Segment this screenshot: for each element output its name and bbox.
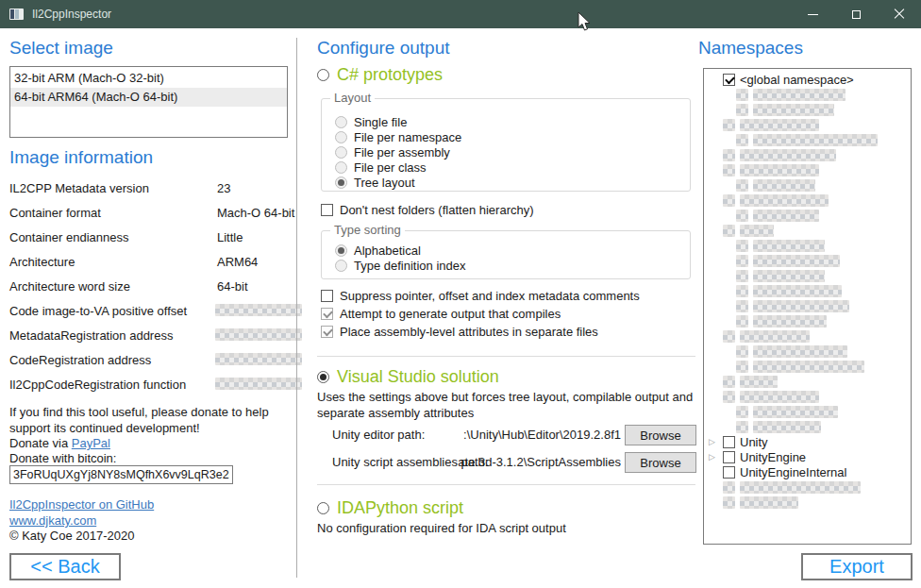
info-row: IL2CPP Metadata version23	[9, 176, 289, 200]
redacted-label	[753, 270, 825, 282]
info-row: MetadataRegistration address	[9, 323, 289, 347]
checkbox-suppress-comments[interactable]: Suppress pointer, offset and index metad…	[321, 288, 640, 303]
redacted-value	[215, 353, 302, 365]
radio-icon	[335, 161, 347, 174]
redacted-checkbox	[736, 134, 748, 146]
image-list-item-selected[interactable]: 64-bit ARM64 (Mach-O 64-bit)	[10, 88, 287, 107]
namespace-redacted-row	[704, 133, 911, 148]
checkbox-icon	[321, 204, 333, 216]
donate-paragraph: If you find this tool useful, please don…	[9, 404, 294, 436]
radio-type-definition-index[interactable]: Type definition index	[335, 258, 466, 273]
redacted-label	[753, 315, 827, 328]
radio-file-per-namespace[interactable]: File per namespace	[335, 129, 461, 144]
namespace-redacted-row	[704, 375, 911, 390]
export-button[interactable]: Export	[801, 553, 913, 580]
redacted-checkbox	[723, 194, 735, 207]
redacted-label	[740, 496, 798, 509]
expander-icon[interactable]	[709, 452, 715, 462]
namespace-redacted-row	[704, 269, 911, 284]
redacted-value	[215, 304, 302, 316]
radio-alphabetical[interactable]: Alphabetical	[335, 243, 421, 258]
namespace-redacted-row	[704, 299, 911, 314]
radio-file-per-assembly[interactable]: File per assembly	[335, 144, 450, 160]
section-separator	[317, 484, 695, 485]
radio-file-per-class[interactable]: File per class	[335, 160, 427, 175]
redacted-checkbox	[723, 149, 735, 161]
redacted-label	[740, 330, 810, 343]
info-row: Il2CppCodeRegistration function	[9, 372, 289, 396]
namespace-redacted-row	[704, 178, 911, 193]
redacted-checkbox	[736, 345, 748, 358]
checkbox-icon[interactable]	[723, 74, 735, 86]
namespace-redacted-row	[704, 118, 911, 133]
radio-icon	[335, 116, 347, 128]
redacted-value	[215, 378, 302, 390]
configure-output-heading: Configure output	[317, 38, 450, 59]
checkbox-icon	[321, 326, 333, 338]
namespace-item-global[interactable]: <global namespace>	[704, 73, 911, 88]
window-title: Il2CppInspector	[32, 8, 111, 21]
checkbox-flatten-hierarchy[interactable]: Don't nest folders (flatten hierarchy)	[321, 202, 534, 217]
namespace-redacted-row	[704, 209, 911, 224]
bitcoin-address-input[interactable]	[9, 465, 233, 484]
website-link[interactable]: www.djkaty.com	[9, 513, 96, 528]
redacted-label	[753, 361, 864, 373]
namespace-item-unityengineinternal[interactable]: UnityEngineInternal	[704, 465, 911, 480]
unity-script-assemblies-path-value[interactable]: ate.3d-3.1.2\ScriptAssemblies	[453, 455, 621, 469]
redacted-checkbox	[736, 300, 748, 312]
select-image-heading: Select image	[9, 38, 113, 59]
paypal-link[interactable]: PayPal	[72, 436, 110, 450]
radio-single-file[interactable]: Single file	[335, 114, 407, 129]
radio-icon	[335, 131, 347, 143]
minimize-button[interactable]	[791, 0, 834, 28]
namespace-item-unityengine[interactable]: UnityEngine	[704, 450, 911, 465]
github-link[interactable]: Il2CppInspector on GitHub	[9, 497, 154, 512]
redacted-checkbox	[736, 421, 748, 433]
radio-visual-studio-solution[interactable]: Visual Studio solution	[317, 367, 499, 387]
checkbox-icon	[321, 290, 333, 302]
redacted-label	[753, 179, 815, 192]
checkbox-icon[interactable]	[723, 451, 735, 463]
radio-idapython-script[interactable]: IDAPython script	[317, 498, 463, 518]
unity-editor-path-value[interactable]: :\Unity\Hub\Editor\2019.2.8f1	[453, 428, 621, 442]
browse-script-assemblies-button[interactable]: Browse	[625, 452, 696, 473]
unity-editor-path-label: Unity editor path:	[332, 428, 425, 442]
namespace-redacted-row	[704, 344, 911, 360]
donate-bitcoin-label: Donate with bitcoin:	[9, 451, 116, 465]
image-info-table: IL2CPP Metadata version23 Container form…	[9, 176, 289, 396]
redacted-label	[740, 164, 819, 176]
namespaces-heading: Namespaces	[698, 38, 803, 59]
close-button[interactable]	[878, 0, 921, 28]
browse-editor-path-button[interactable]: Browse	[625, 425, 696, 445]
image-information-heading: Image information	[9, 147, 153, 168]
redacted-checkbox	[723, 496, 735, 509]
section-separator	[317, 356, 695, 357]
maximize-icon	[852, 10, 861, 19]
namespace-redacted-row	[704, 148, 911, 163]
column-separator	[296, 38, 297, 578]
redacted-checkbox	[736, 210, 748, 222]
namespace-redacted-row	[704, 360, 911, 375]
image-list-item[interactable]: 32-bit ARM (Mach-O 32-bit)	[10, 69, 287, 88]
checkbox-icon[interactable]	[723, 466, 735, 479]
namespace-redacted-row	[704, 88, 911, 103]
expander-icon[interactable]	[709, 437, 715, 446]
radio-icon	[317, 69, 329, 81]
redacted-checkbox	[723, 119, 735, 131]
info-row: Architecture word size64-bit	[9, 274, 289, 298]
maximize-button[interactable]	[834, 0, 878, 28]
radio-csharp-prototypes[interactable]: C# prototypes	[317, 65, 443, 85]
radio-icon	[317, 371, 329, 383]
radio-tree-layout[interactable]: Tree layout	[335, 175, 415, 190]
back-button[interactable]: << Back	[9, 553, 121, 580]
namespace-redacted-row	[704, 254, 911, 269]
radio-icon	[335, 176, 347, 189]
checkbox-separate-attribute-files[interactable]: Place assembly-level attributes in separ…	[321, 324, 598, 339]
redacted-label	[753, 255, 840, 267]
info-row: ArchitectureARM64	[9, 249, 289, 274]
checkbox-icon[interactable]	[723, 436, 735, 448]
namespace-item-unity[interactable]: Unity	[704, 435, 911, 450]
redacted-checkbox	[723, 481, 735, 494]
checkbox-compilable-output[interactable]: Attempt to generate output that compiles	[321, 306, 561, 321]
redacted-label	[753, 210, 819, 222]
